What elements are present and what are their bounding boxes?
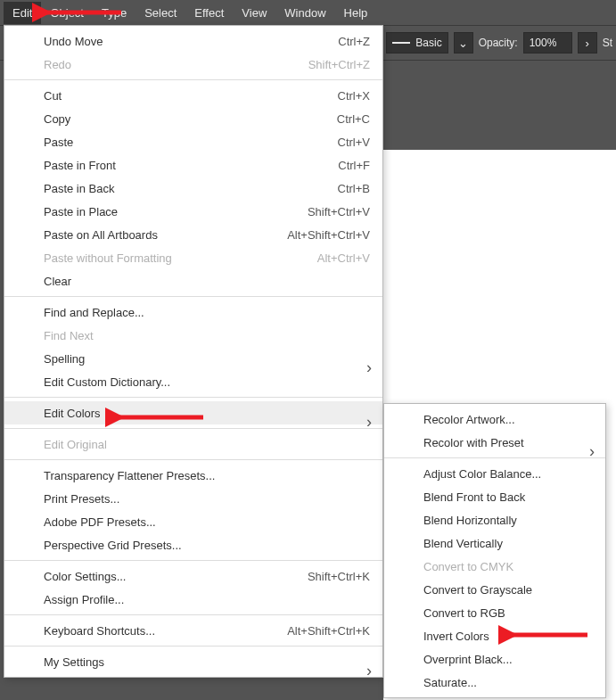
menu-item-shortcut: Alt+Shift+Ctrl+K (287, 624, 370, 638)
edit_menu-paste-in-back[interactable]: Paste in BackCtrl+B (4, 177, 382, 200)
edit_menu-my-settings[interactable]: My Settings (4, 650, 382, 673)
colors_submenu-convert-to-rgb[interactable]: Convert to RGB (384, 601, 605, 624)
style-label-trunc: St (603, 37, 612, 49)
edit_menu-adobe-pdf-presets[interactable]: Adobe PDF Presets... (4, 510, 382, 533)
edit_menu-paste-on-all-artboards[interactable]: Paste on All ArtboardsAlt+Shift+Ctrl+V (4, 223, 382, 246)
menu-item-label: Edit Colors (44, 407, 370, 420)
colors_submenu-convert-to-cmyk: Convert to CMYK (384, 555, 605, 578)
stroke-style-caret[interactable]: ⌄ (454, 32, 473, 54)
menu-item-label: Transparency Flattener Presets... (44, 469, 370, 482)
edit_menu-assign-profile[interactable]: Assign Profile... (4, 588, 382, 611)
menu-item-label: Paste in Front (44, 159, 338, 172)
edit_menu-transparency-flattener-presets[interactable]: Transparency Flattener Presets... (4, 464, 382, 487)
menu-item-label: Convert to CMYK (423, 560, 593, 573)
menu-item-label: Copy (44, 112, 337, 126)
menu-item-label: Perspective Grid Presets... (44, 539, 370, 552)
menu-item-shortcut: Alt+Ctrl+V (317, 251, 370, 265)
menu-item-label: Find Next (44, 329, 370, 342)
menubar-type[interactable]: Type (93, 2, 136, 24)
edit_menu-print-presets[interactable]: Print Presets... (4, 487, 382, 510)
menu-item-label: Print Presets... (44, 492, 370, 506)
menu-item-label: Find and Replace... (44, 306, 370, 319)
menu-item-label: Clear (44, 275, 370, 288)
edit_menu-find-and-replace[interactable]: Find and Replace... (4, 301, 382, 324)
menu-item-label: Paste (44, 136, 338, 149)
menu-item-label: Edit Custom Dictionary... (44, 375, 370, 389)
menubar-help[interactable]: Help (335, 2, 377, 24)
menu-item-shortcut: Shift+Ctrl+Z (308, 58, 370, 71)
edit_menu-edit-original: Edit Original (4, 432, 382, 456)
menu-item-label: Adjust Color Balance... (423, 467, 593, 481)
menu-separator (4, 296, 382, 297)
colors_submenu-invert-colors[interactable]: Invert Colors (384, 624, 605, 647)
edit_menu-paste-in-front[interactable]: Paste in FrontCtrl+F (4, 153, 382, 177)
menu-item-label: Saturate... (423, 676, 593, 689)
edit_menu-color-settings[interactable]: Color Settings...Shift+Ctrl+K (4, 564, 382, 588)
edit_menu-paste[interactable]: PasteCtrl+V (4, 130, 382, 153)
edit_menu-clear[interactable]: Clear (4, 269, 382, 292)
menu-separator (4, 459, 382, 460)
menubar-effect[interactable]: Effect (185, 2, 233, 24)
menu-item-label: Keyboard Shortcuts... (44, 624, 287, 638)
edit_menu-cut[interactable]: CutCtrl+X (4, 84, 382, 107)
menubar-select[interactable]: Select (136, 2, 185, 24)
edit_menu-copy[interactable]: CopyCtrl+C (4, 107, 382, 130)
menu-item-label: Undo Move (44, 35, 338, 48)
menu-item-label: Paste in Place (44, 205, 308, 218)
menu-item-label: Convert to RGB (423, 606, 593, 620)
edit_menu-paste-in-place[interactable]: Paste in PlaceShift+Ctrl+V (4, 200, 382, 223)
edit_menu-paste-without-formatting: Paste without FormattingAlt+Ctrl+V (4, 246, 382, 269)
edit-colors-submenu: Recolor Artwork...Recolor with PresetAdj… (383, 403, 606, 698)
menu-item-label: Overprint Black... (423, 653, 593, 666)
colors_submenu-recolor-artwork[interactable]: Recolor Artwork... (384, 408, 605, 431)
edit_menu-perspective-grid-presets[interactable]: Perspective Grid Presets... (4, 533, 382, 556)
opacity-caret[interactable]: › (578, 32, 597, 54)
menubar-window[interactable]: Window (275, 2, 334, 24)
menu-separator (4, 646, 382, 646)
menu-item-shortcut: Shift+Ctrl+K (308, 570, 370, 583)
colors_submenu-recolor-with-preset[interactable]: Recolor with Preset (384, 431, 605, 454)
menubar-view[interactable]: View (233, 2, 275, 24)
menu-item-label: Edit Original (44, 438, 370, 451)
menu-item-label: Color Settings... (44, 570, 308, 583)
colors_submenu-adjust-color-balance[interactable]: Adjust Color Balance... (384, 462, 605, 485)
colors_submenu-blend-vertically[interactable]: Blend Vertically (384, 531, 605, 555)
menu-item-label: Adobe PDF Presets... (44, 515, 370, 529)
menu-item-shortcut: Ctrl+F (338, 159, 370, 172)
menu-item-label: Paste in Back (44, 182, 338, 195)
menubar-edit[interactable]: Edit (4, 2, 41, 24)
colors_submenu-blend-front-to-back[interactable]: Blend Front to Back (384, 485, 605, 508)
edit_menu-keyboard-shortcuts[interactable]: Keyboard Shortcuts...Alt+Shift+Ctrl+K (4, 619, 382, 642)
colors_submenu-convert-to-grayscale[interactable]: Convert to Grayscale (384, 578, 605, 601)
menu-item-shortcut: Ctrl+B (338, 182, 370, 195)
edit_menu-find-next: Find Next (4, 324, 382, 347)
edit_menu-redo: RedoShift+Ctrl+Z (4, 53, 382, 76)
menubar-object[interactable]: Object (41, 2, 93, 24)
stroke-style-dropdown[interactable]: Basic (386, 32, 448, 54)
menu-item-label: Spelling (44, 352, 370, 366)
menu-separator (4, 79, 382, 80)
colors_submenu-saturate[interactable]: Saturate... (384, 671, 605, 694)
menubar: Edit Object Type Select Effect View Wind… (0, 0, 616, 25)
opacity-field[interactable]: 100% (523, 32, 572, 54)
menu-separator (384, 457, 605, 458)
edit_menu-undo-move[interactable]: Undo MoveCtrl+Z (4, 29, 382, 53)
colors_submenu-blend-horizontally[interactable]: Blend Horizontally (384, 508, 605, 531)
menu-item-label: Recolor Artwork... (423, 413, 593, 426)
menu-separator (4, 397, 382, 398)
menu-item-shortcut: Alt+Shift+Ctrl+V (287, 228, 370, 242)
menu-item-label: Blend Horizontally (423, 514, 593, 527)
menu-separator (4, 614, 382, 615)
menu-separator (4, 428, 382, 429)
menu-item-label: Assign Profile... (44, 593, 370, 606)
menu-item-label: Cut (44, 89, 338, 103)
menu-item-label: Invert Colors (423, 630, 593, 643)
edit_menu-edit-colors[interactable]: Edit Colors (4, 401, 382, 424)
menu-item-shortcut: Ctrl+V (338, 136, 370, 149)
edit_menu-spelling[interactable]: Spelling (4, 347, 382, 370)
menu-item-shortcut: Ctrl+X (338, 89, 370, 103)
menu-item-label: Blend Front to Back (423, 490, 593, 504)
menu-item-label: Convert to Grayscale (423, 583, 593, 597)
colors_submenu-overprint-black[interactable]: Overprint Black... (384, 647, 605, 671)
edit_menu-edit-custom-dictionary[interactable]: Edit Custom Dictionary... (4, 370, 382, 393)
